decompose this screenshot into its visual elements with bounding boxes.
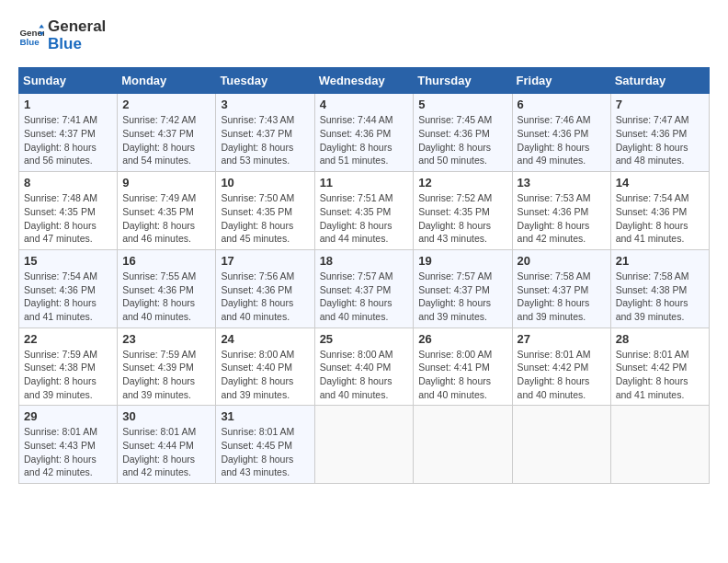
day-info: Sunrise: 7:57 AM Sunset: 4:37 PM Dayligh… bbox=[320, 270, 409, 324]
day-number: 15 bbox=[24, 254, 112, 268]
calendar-cell: 3 Sunrise: 7:43 AM Sunset: 4:37 PM Dayli… bbox=[216, 94, 314, 172]
week-row-1: 1 Sunrise: 7:41 AM Sunset: 4:37 PM Dayli… bbox=[19, 94, 710, 172]
calendar-cell: 28 Sunrise: 8:01 AM Sunset: 4:42 PM Dayl… bbox=[610, 327, 709, 406]
day-number: 12 bbox=[418, 176, 506, 190]
calendar-cell: 21 Sunrise: 7:58 AM Sunset: 4:38 PM Dayl… bbox=[610, 249, 709, 327]
calendar-cell: 26 Sunrise: 8:00 AM Sunset: 4:41 PM Dayl… bbox=[414, 327, 512, 406]
header-thursday: Thursday bbox=[414, 68, 512, 94]
day-number: 3 bbox=[221, 98, 309, 111]
calendar-cell: 29 Sunrise: 8:01 AM Sunset: 4:43 PM Dayl… bbox=[19, 406, 118, 484]
day-number: 26 bbox=[418, 332, 506, 346]
day-number: 20 bbox=[518, 254, 606, 268]
calendar-cell: 8 Sunrise: 7:48 AM Sunset: 4:35 PM Dayli… bbox=[19, 172, 118, 250]
calendar-cell: 19 Sunrise: 7:57 AM Sunset: 4:37 PM Dayl… bbox=[414, 249, 512, 327]
day-info: Sunrise: 7:58 AM Sunset: 4:38 PM Dayligh… bbox=[616, 270, 704, 324]
calendar-cell: 22 Sunrise: 7:59 AM Sunset: 4:38 PM Dayl… bbox=[19, 327, 118, 406]
day-info: Sunrise: 8:00 AM Sunset: 4:41 PM Dayligh… bbox=[418, 348, 506, 402]
calendar-cell: 24 Sunrise: 8:00 AM Sunset: 4:40 PM Dayl… bbox=[216, 327, 314, 406]
calendar-cell: 14 Sunrise: 7:54 AM Sunset: 4:36 PM Dayl… bbox=[610, 172, 709, 250]
day-number: 23 bbox=[122, 332, 210, 346]
calendar-cell: 25 Sunrise: 8:00 AM Sunset: 4:40 PM Dayl… bbox=[314, 327, 414, 406]
calendar-cell: 20 Sunrise: 7:58 AM Sunset: 4:37 PM Dayl… bbox=[512, 249, 610, 327]
day-info: Sunrise: 7:42 AM Sunset: 4:37 PM Dayligh… bbox=[122, 113, 210, 167]
day-number: 6 bbox=[518, 98, 606, 111]
day-info: Sunrise: 7:56 AM Sunset: 4:36 PM Dayligh… bbox=[221, 270, 309, 324]
day-info: Sunrise: 8:01 AM Sunset: 4:44 PM Dayligh… bbox=[122, 425, 210, 479]
day-info: Sunrise: 8:00 AM Sunset: 4:40 PM Dayligh… bbox=[320, 348, 409, 402]
day-info: Sunrise: 7:50 AM Sunset: 4:35 PM Dayligh… bbox=[221, 191, 309, 246]
svg-text:Blue: Blue bbox=[19, 36, 40, 46]
day-number: 5 bbox=[418, 98, 506, 111]
day-info: Sunrise: 8:01 AM Sunset: 4:42 PM Dayligh… bbox=[518, 348, 606, 402]
day-number: 7 bbox=[616, 98, 704, 111]
header-friday: Friday bbox=[512, 68, 610, 94]
logo-blue: Blue bbox=[48, 36, 106, 53]
day-number: 24 bbox=[221, 332, 309, 346]
day-info: Sunrise: 7:51 AM Sunset: 4:35 PM Dayligh… bbox=[320, 191, 409, 246]
week-row-4: 22 Sunrise: 7:59 AM Sunset: 4:38 PM Dayl… bbox=[19, 327, 710, 406]
calendar-cell bbox=[610, 406, 709, 484]
day-info: Sunrise: 8:01 AM Sunset: 4:43 PM Dayligh… bbox=[24, 425, 112, 479]
header-wednesday: Wednesday bbox=[314, 68, 414, 94]
day-info: Sunrise: 7:41 AM Sunset: 4:37 PM Dayligh… bbox=[24, 113, 112, 167]
header-sunday: Sunday bbox=[19, 68, 118, 94]
day-number: 2 bbox=[122, 98, 210, 111]
svg-marker-2 bbox=[39, 24, 44, 28]
calendar-cell bbox=[314, 406, 414, 484]
day-number: 14 bbox=[616, 176, 704, 190]
logo-general: General bbox=[48, 18, 106, 36]
calendar-cell: 7 Sunrise: 7:47 AM Sunset: 4:36 PM Dayli… bbox=[610, 94, 709, 172]
day-number: 11 bbox=[320, 176, 409, 190]
calendar-cell: 27 Sunrise: 8:01 AM Sunset: 4:42 PM Dayl… bbox=[512, 327, 610, 406]
day-number: 10 bbox=[221, 176, 309, 190]
calendar-cell: 31 Sunrise: 8:01 AM Sunset: 4:45 PM Dayl… bbox=[216, 406, 314, 484]
day-info: Sunrise: 7:53 AM Sunset: 4:36 PM Dayligh… bbox=[518, 191, 606, 246]
day-number: 8 bbox=[24, 176, 112, 190]
day-info: Sunrise: 7:48 AM Sunset: 4:35 PM Dayligh… bbox=[24, 191, 112, 246]
calendar-cell bbox=[414, 406, 512, 484]
day-info: Sunrise: 8:00 AM Sunset: 4:40 PM Dayligh… bbox=[221, 348, 309, 402]
page-header: General Blue General Blue bbox=[18, 18, 710, 52]
calendar-cell: 4 Sunrise: 7:44 AM Sunset: 4:36 PM Dayli… bbox=[314, 94, 414, 172]
day-number: 21 bbox=[616, 254, 704, 268]
day-info: Sunrise: 7:58 AM Sunset: 4:37 PM Dayligh… bbox=[518, 270, 606, 324]
day-number: 31 bbox=[221, 409, 309, 423]
day-info: Sunrise: 7:59 AM Sunset: 4:38 PM Dayligh… bbox=[24, 348, 112, 402]
day-info: Sunrise: 7:54 AM Sunset: 4:36 PM Dayligh… bbox=[616, 191, 704, 246]
calendar-cell: 23 Sunrise: 7:59 AM Sunset: 4:39 PM Dayl… bbox=[118, 327, 216, 406]
day-number: 17 bbox=[221, 254, 309, 268]
calendar-cell: 18 Sunrise: 7:57 AM Sunset: 4:37 PM Dayl… bbox=[314, 249, 414, 327]
day-number: 28 bbox=[616, 332, 704, 346]
calendar-cell: 16 Sunrise: 7:55 AM Sunset: 4:36 PM Dayl… bbox=[118, 249, 216, 327]
calendar-table: SundayMondayTuesdayWednesdayThursdayFrid… bbox=[18, 67, 710, 484]
calendar-cell: 2 Sunrise: 7:42 AM Sunset: 4:37 PM Dayli… bbox=[118, 94, 216, 172]
calendar-cell: 12 Sunrise: 7:52 AM Sunset: 4:35 PM Dayl… bbox=[414, 172, 512, 250]
day-info: Sunrise: 7:43 AM Sunset: 4:37 PM Dayligh… bbox=[221, 113, 309, 167]
day-number: 29 bbox=[24, 409, 112, 423]
header-tuesday: Tuesday bbox=[216, 68, 314, 94]
day-number: 19 bbox=[418, 254, 506, 268]
day-info: Sunrise: 7:47 AM Sunset: 4:36 PM Dayligh… bbox=[616, 113, 704, 167]
calendar-cell: 11 Sunrise: 7:51 AM Sunset: 4:35 PM Dayl… bbox=[314, 172, 414, 250]
day-number: 13 bbox=[518, 176, 606, 190]
logo-icon: General Blue bbox=[18, 23, 44, 49]
day-info: Sunrise: 7:49 AM Sunset: 4:35 PM Dayligh… bbox=[122, 191, 210, 246]
calendar-cell: 5 Sunrise: 7:45 AM Sunset: 4:36 PM Dayli… bbox=[414, 94, 512, 172]
day-info: Sunrise: 7:52 AM Sunset: 4:35 PM Dayligh… bbox=[418, 191, 506, 246]
week-row-3: 15 Sunrise: 7:54 AM Sunset: 4:36 PM Dayl… bbox=[19, 249, 710, 327]
week-row-5: 29 Sunrise: 8:01 AM Sunset: 4:43 PM Dayl… bbox=[19, 406, 710, 484]
calendar-cell: 15 Sunrise: 7:54 AM Sunset: 4:36 PM Dayl… bbox=[19, 249, 118, 327]
day-info: Sunrise: 8:01 AM Sunset: 4:42 PM Dayligh… bbox=[616, 348, 704, 402]
day-number: 27 bbox=[518, 332, 606, 346]
day-info: Sunrise: 7:59 AM Sunset: 4:39 PM Dayligh… bbox=[122, 348, 210, 402]
calendar-cell: 13 Sunrise: 7:53 AM Sunset: 4:36 PM Dayl… bbox=[512, 172, 610, 250]
calendar-cell bbox=[512, 406, 610, 484]
day-info: Sunrise: 7:54 AM Sunset: 4:36 PM Dayligh… bbox=[24, 270, 112, 324]
calendar-cell: 17 Sunrise: 7:56 AM Sunset: 4:36 PM Dayl… bbox=[216, 249, 314, 327]
day-info: Sunrise: 7:55 AM Sunset: 4:36 PM Dayligh… bbox=[122, 270, 210, 324]
calendar-cell: 9 Sunrise: 7:49 AM Sunset: 4:35 PM Dayli… bbox=[118, 172, 216, 250]
logo: General Blue General Blue bbox=[18, 18, 106, 52]
header-monday: Monday bbox=[118, 68, 216, 94]
calendar-cell: 30 Sunrise: 8:01 AM Sunset: 4:44 PM Dayl… bbox=[118, 406, 216, 484]
day-number: 30 bbox=[122, 409, 210, 423]
